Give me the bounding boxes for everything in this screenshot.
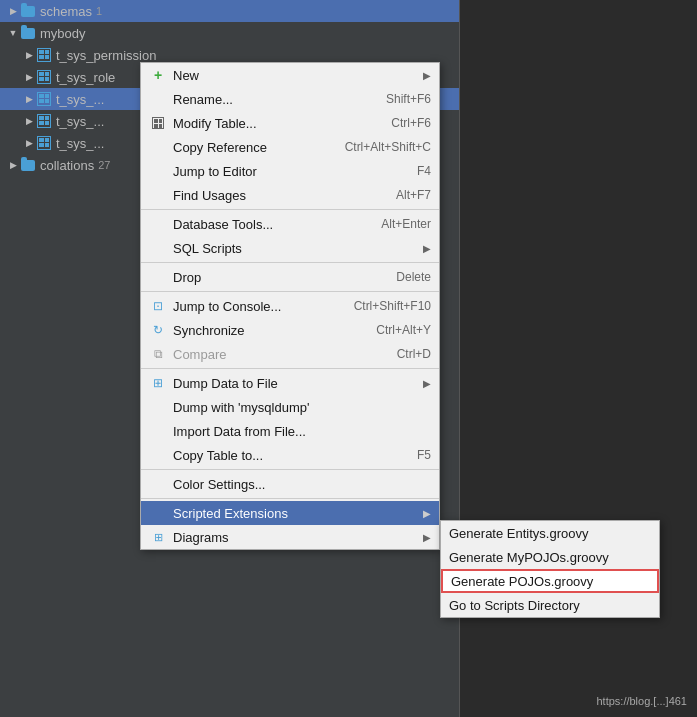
menu-item-drop[interactable]: Drop Delete (141, 265, 439, 289)
menu-item-copy-table[interactable]: Copy Table to... F5 (141, 443, 439, 467)
menu-item-dump-data[interactable]: ⊞ Dump Data to File ▶ (141, 371, 439, 395)
divider-1 (141, 209, 439, 210)
table-icon-t-sys-selected (36, 91, 52, 107)
modify-table-icon (149, 114, 167, 132)
shortcut-synchronize: Ctrl+Alt+Y (376, 323, 431, 337)
menu-item-sql-scripts[interactable]: SQL Scripts ▶ (141, 236, 439, 260)
menu-item-diagrams[interactable]: ⊞ Diagrams ▶ (141, 525, 439, 549)
menu-label-copy-reference: Copy Reference (173, 140, 335, 155)
shortcut-database-tools: Alt+Enter (381, 217, 431, 231)
shortcut-copy-table: F5 (417, 448, 431, 462)
tree-label-collations: collations (40, 158, 94, 173)
menu-label-diagrams: Diagrams (173, 530, 419, 545)
menu-item-synchronize[interactable]: ↻ Synchronize Ctrl+Alt+Y (141, 318, 439, 342)
color-settings-icon (149, 475, 167, 493)
submenu-item-generate-pojos[interactable]: Generate POJOs.groovy (441, 569, 659, 593)
menu-item-compare[interactable]: ⧉ Compare Ctrl+D (141, 342, 439, 366)
submenu-label-generate-mypojos: Generate MyPOJOs.groovy (449, 550, 609, 565)
diagrams-icon: ⊞ (149, 528, 167, 546)
find-usages-icon (149, 186, 167, 204)
menu-item-find-usages[interactable]: Find Usages Alt+F7 (141, 183, 439, 207)
arrow-sql-scripts: ▶ (423, 243, 431, 254)
menu-item-import-data[interactable]: Import Data from File... (141, 419, 439, 443)
submenu-label-generate-pojos: Generate POJOs.groovy (451, 574, 593, 589)
menu-label-jump-console: Jump to Console... (173, 299, 344, 314)
menu-item-modify-table[interactable]: Modify Table... Ctrl+F6 (141, 111, 439, 135)
chevron-t-sys-3: ▶ (24, 138, 34, 148)
copy-table-icon (149, 446, 167, 464)
menu-item-dump-mysqldump[interactable]: Dump with 'mysqldump' (141, 395, 439, 419)
dump-mysqldump-icon (149, 398, 167, 416)
arrow-scripted-extensions: ▶ (423, 508, 431, 519)
menu-label-find-usages: Find Usages (173, 188, 386, 203)
sync-icon: ↻ (149, 321, 167, 339)
menu-item-rename[interactable]: Rename... Shift+F6 (141, 87, 439, 111)
menu-label-copy-table: Copy Table to... (173, 448, 407, 463)
divider-4 (141, 368, 439, 369)
menu-item-scripted-extensions[interactable]: Scripted Extensions ▶ (141, 501, 439, 525)
tree-label-mybody: mybody (40, 26, 86, 41)
tree-item-mybody[interactable]: ▼ mybody (0, 22, 459, 44)
menu-item-jump-editor[interactable]: Jump to Editor F4 (141, 159, 439, 183)
collations-badge: 27 (98, 159, 110, 171)
plus-icon: + (149, 66, 167, 84)
menu-label-compare: Compare (173, 347, 387, 362)
arrow-new: ▶ (423, 70, 431, 81)
submenu-item-generate-mypojos[interactable]: Generate MyPOJOs.groovy (441, 545, 659, 569)
table-icon-t-sys-role (36, 69, 52, 85)
submenu-scripted-extensions: Generate Entitys.groovy Generate MyPOJOs… (440, 520, 660, 618)
menu-label-new: New (173, 68, 419, 83)
shortcut-compare: Ctrl+D (397, 347, 431, 361)
jump-editor-icon (149, 162, 167, 180)
menu-label-rename: Rename... (173, 92, 376, 107)
tree-item-schemas[interactable]: ▶ schemas 1 (0, 0, 459, 22)
context-menu: + New ▶ Rename... Shift+F6 Modify Table.… (140, 62, 440, 550)
menu-label-synchronize: Synchronize (173, 323, 366, 338)
folder-icon-schemas (20, 3, 36, 19)
menu-item-new[interactable]: + New ▶ (141, 63, 439, 87)
tree-label-schemas: schemas (40, 4, 92, 19)
folder-icon-collations (20, 157, 36, 173)
chevron-mybody: ▼ (8, 28, 18, 38)
menu-label-modify-table: Modify Table... (173, 116, 381, 131)
submenu-item-generate-entitys[interactable]: Generate Entitys.groovy (441, 521, 659, 545)
rename-icon (149, 90, 167, 108)
menu-label-database-tools: Database Tools... (173, 217, 371, 232)
dump-icon: ⊞ (149, 374, 167, 392)
menu-label-jump-editor: Jump to Editor (173, 164, 407, 179)
table-icon-t-sys-3 (36, 135, 52, 151)
divider-5 (141, 469, 439, 470)
import-icon (149, 422, 167, 440)
tree-label-t-sys-role: t_sys_role (56, 70, 115, 85)
divider-3 (141, 291, 439, 292)
tree-label-t-sys-3: t_sys_... (56, 136, 104, 151)
schemas-badge: 1 (96, 5, 102, 17)
table-icon-t-sys-2 (36, 113, 52, 129)
chevron-collations: ▶ (8, 160, 18, 170)
menu-label-import-data: Import Data from File... (173, 424, 431, 439)
shortcut-jump-console: Ctrl+Shift+F10 (354, 299, 431, 313)
menu-item-color-settings[interactable]: Color Settings... (141, 472, 439, 496)
compare-icon: ⧉ (149, 345, 167, 363)
url-bar: https://blog.[...]461 (596, 695, 687, 707)
tree-label-t-sys-selected: t_sys_... (56, 92, 104, 107)
menu-label-dump-data: Dump Data to File (173, 376, 419, 391)
shortcut-find-usages: Alt+F7 (396, 188, 431, 202)
shortcut-jump-editor: F4 (417, 164, 431, 178)
arrow-diagrams: ▶ (423, 532, 431, 543)
menu-item-jump-console[interactable]: ⊡ Jump to Console... Ctrl+Shift+F10 (141, 294, 439, 318)
chevron-t-sys-selected: ▶ (24, 94, 34, 104)
menu-label-drop: Drop (173, 270, 386, 285)
menu-item-database-tools[interactable]: Database Tools... Alt+Enter (141, 212, 439, 236)
tree-label-t-sys-2: t_sys_... (56, 114, 104, 129)
drop-icon (149, 268, 167, 286)
submenu-label-go-to-scripts: Go to Scripts Directory (449, 598, 580, 613)
shortcut-rename: Shift+F6 (386, 92, 431, 106)
menu-item-copy-reference[interactable]: Copy Reference Ctrl+Alt+Shift+C (141, 135, 439, 159)
shortcut-drop: Delete (396, 270, 431, 284)
chevron-t-sys-2: ▶ (24, 116, 34, 126)
submenu-item-go-to-scripts[interactable]: Go to Scripts Directory (441, 593, 659, 617)
submenu-label-generate-entitys: Generate Entitys.groovy (449, 526, 588, 541)
menu-label-scripted-extensions: Scripted Extensions (173, 506, 419, 521)
menu-label-dump-mysqldump: Dump with 'mysqldump' (173, 400, 431, 415)
